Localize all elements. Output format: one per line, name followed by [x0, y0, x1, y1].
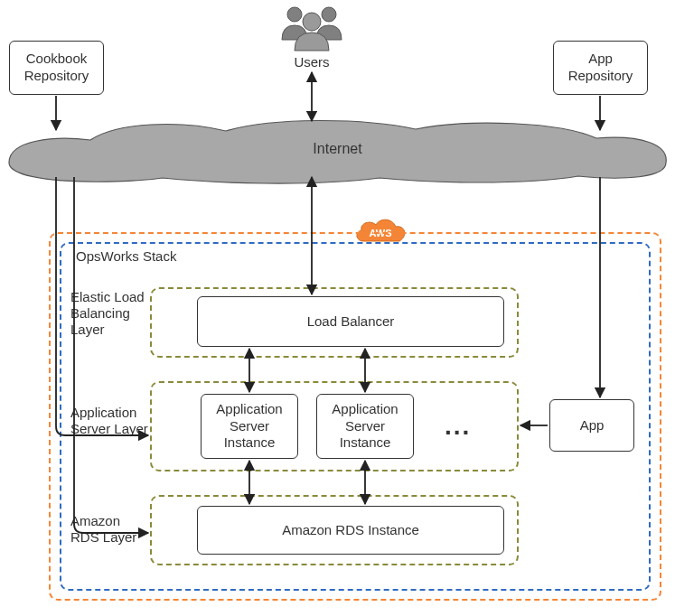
arrow-internet-rdslayer [74, 177, 148, 533]
arrows-layer [0, 0, 675, 616]
arrow-internet-applayer [56, 177, 148, 435]
